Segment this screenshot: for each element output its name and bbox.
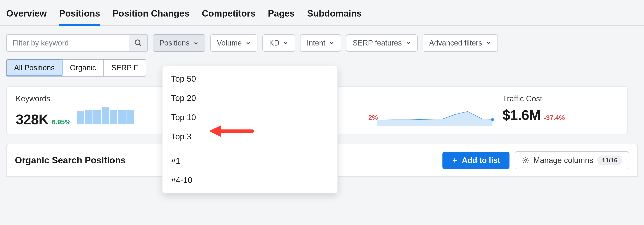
svg-point-5 [524,159,527,161]
tab-positions[interactable]: Positions [59,8,100,25]
main-tabs: Overview Positions Position Changes Comp… [0,0,644,26]
filter-advanced-label: Advanced filters [429,39,482,47]
filter-serp-label: SERP features [353,39,402,47]
search-icon [134,39,142,47]
dropdown-item-top20[interactable]: Top 20 [162,88,338,108]
traffic-cost-value: $1.6M [502,107,540,123]
columns-count-badge: 11/16 [598,156,622,165]
manage-columns-label: Manage columns [534,156,593,165]
seg-all-positions[interactable]: All Positions [6,59,62,76]
dropdown-item-4-10[interactable]: #4-10 [162,171,338,190]
seg-serp-features[interactable]: SERP F [104,59,146,76]
chevron-down-icon [193,40,199,46]
keyword-search-button[interactable] [129,35,147,51]
traffic-sparkline [377,110,494,126]
dropdown-item-1[interactable]: #1 [162,151,338,171]
add-to-list-label: Add to list [462,156,500,165]
add-to-list-button[interactable]: Add to list [442,152,510,169]
traffic-cost-title: Traffic Cost [502,94,565,103]
keywords-sparkline [77,107,134,124]
positions-dropdown: Top 50 Top 20 Top 10 Top 3 #1 #4-10 [162,66,338,193]
tab-overview[interactable]: Overview [6,8,47,25]
chevron-down-icon [283,40,288,46]
filter-volume-label: Volume [217,39,242,47]
tab-position-changes[interactable]: Position Changes [112,8,190,25]
dropdown-item-top3[interactable]: Top 3 [162,127,338,146]
filter-serp-features[interactable]: SERP features [346,34,418,52]
filter-intent[interactable]: Intent [300,34,341,52]
chevron-down-icon [486,40,491,46]
chevron-down-icon [406,40,411,46]
dropdown-item-top50[interactable]: Top 50 [162,69,338,88]
keyword-search [6,34,148,52]
position-type-segmented: All Positions Organic SERP F [6,59,146,76]
keyword-input[interactable] [6,35,129,51]
manage-columns-button[interactable]: Manage columns 11/16 [515,151,629,169]
filter-kd-label: KD [269,39,279,47]
keywords-delta: 6.95% [52,118,71,126]
filter-positions[interactable]: Positions [153,34,205,52]
filter-advanced[interactable]: Advanced filters [422,34,498,52]
traffic-cost-delta: -37.4% [544,114,565,122]
keywords-value: 328K [16,111,49,127]
tab-pages[interactable]: Pages [268,8,295,25]
filter-kd[interactable]: KD [262,34,295,52]
plus-icon [452,157,458,164]
tab-competitors[interactable]: Competitors [202,8,255,25]
filter-bar: Positions Volume KD Intent SERP features… [0,26,644,52]
chevron-down-icon [246,40,251,46]
filter-volume[interactable]: Volume [210,34,258,52]
svg-point-0 [135,40,140,45]
gear-icon [522,157,529,164]
dropdown-separator [162,149,338,149]
dropdown-item-top10[interactable]: Top 10 [162,108,338,127]
tab-subdomains[interactable]: Subdomains [307,8,362,25]
seg-organic[interactable]: Organic [62,59,104,76]
chevron-down-icon [329,40,334,46]
svg-line-1 [139,44,141,46]
filter-positions-label: Positions [159,39,190,47]
filter-intent-label: Intent [307,39,325,47]
